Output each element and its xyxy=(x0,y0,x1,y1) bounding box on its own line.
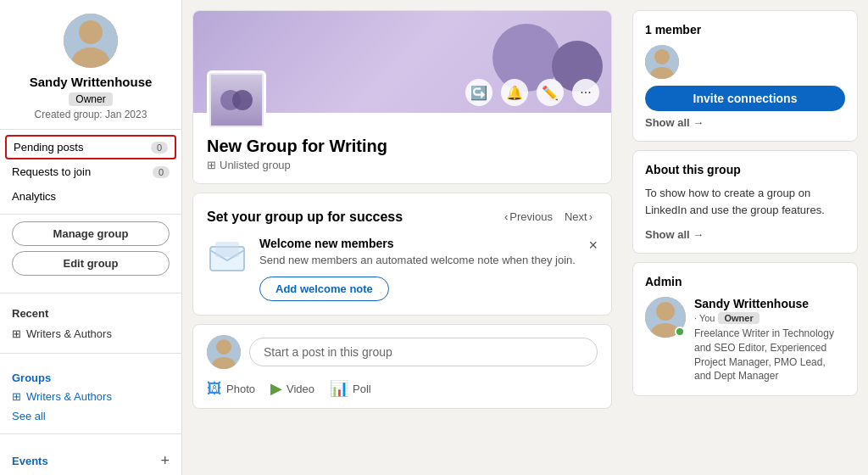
banner-actions: ↪️ 🔔 ✏️ ··· xyxy=(465,79,599,106)
group-logo xyxy=(207,70,266,130)
sidebar-role-badge: Owner xyxy=(69,92,112,106)
poll-icon: 📊 xyxy=(330,379,348,398)
svg-point-1 xyxy=(79,20,103,44)
success-card-desc: Send new members an automated welcome no… xyxy=(259,254,576,266)
members-count: 1 member xyxy=(645,23,845,36)
about-card: About this group To show how to create a… xyxy=(632,150,858,254)
post-actions: 🖼 Photo ▶ Video 📊 Poll xyxy=(207,377,598,398)
welcome-icon xyxy=(207,237,248,277)
edit-button[interactable]: ✏️ xyxy=(537,79,564,106)
right-sidebar: 1 member Invite connections Show all → A… xyxy=(622,0,868,475)
notifications-button[interactable]: 🔔 xyxy=(501,79,528,106)
add-welcome-note-button[interactable]: Add welcome note xyxy=(259,277,389,301)
recent-writers-authors[interactable]: ⊞ Writers & Authors xyxy=(12,323,170,344)
group-logo-inner xyxy=(211,75,262,126)
sidebar-created-date: Created group: Jan 2023 xyxy=(35,109,147,120)
admin-owner-badge: Owner xyxy=(718,312,759,324)
group-subtitle: ⊞ Unlisted group xyxy=(207,159,598,171)
chevron-right-icon: › xyxy=(589,210,593,223)
recent-section-title: Recent xyxy=(12,307,170,320)
grid-icon-2: ⊞ xyxy=(12,390,21,403)
admin-row: Sandy Writtenhouse · You Owner Freelance… xyxy=(645,297,845,383)
video-button[interactable]: ▶ Video xyxy=(270,379,314,398)
main-content: ↪️ 🔔 ✏️ ··· New Group for Writing ⊞ Unli… xyxy=(182,0,622,475)
post-input[interactable]: Start a post in this group xyxy=(249,338,598,366)
svg-point-11 xyxy=(654,49,670,64)
unlisted-icon: ⊞ xyxy=(207,159,216,171)
left-sidebar: Sandy Writtenhouse Owner Created group: … xyxy=(0,0,182,475)
post-box: Start a post in this group 🖼 Photo ▶ Vid… xyxy=(192,324,612,409)
svg-point-4 xyxy=(232,90,253,110)
video-icon: ▶ xyxy=(270,379,282,398)
edit-group-button[interactable]: Edit group xyxy=(12,251,170,276)
groups-section-title[interactable]: Groups xyxy=(12,367,170,386)
sidebar-pending-posts[interactable]: Pending posts 0 xyxy=(5,135,176,159)
member-row xyxy=(645,45,845,79)
sidebar-profile: Sandy Writtenhouse Owner Created group: … xyxy=(0,0,181,130)
member-avatar xyxy=(645,45,679,79)
group-title: New Group for Writing xyxy=(207,137,598,156)
share-button[interactable]: ↪️ xyxy=(465,79,492,106)
online-indicator xyxy=(675,327,685,337)
nav-prev-next: ‹ Previous Next › xyxy=(499,207,598,226)
poll-button[interactable]: 📊 Poll xyxy=(330,379,371,398)
group-header-card: ↪️ 🔔 ✏️ ··· New Group for Writing ⊞ Unli… xyxy=(192,10,612,184)
close-button[interactable]: × xyxy=(588,237,598,254)
groups-see-all[interactable]: See all xyxy=(12,407,170,425)
admin-title: Admin xyxy=(645,275,845,288)
events-add-icon[interactable]: + xyxy=(160,452,170,470)
events-label[interactable]: Events xyxy=(12,455,48,467)
success-text-content: Welcome new members Send new members an … xyxy=(259,237,576,301)
groups-section: Groups ⊞ Writers & Authors See all xyxy=(0,359,181,428)
success-card-title: Welcome new members xyxy=(259,237,576,250)
svg-rect-6 xyxy=(215,242,239,257)
next-button[interactable]: Next › xyxy=(559,207,598,226)
success-body: Welcome new members Send new members an … xyxy=(207,237,598,301)
success-card: Set your group up for success ‹ Previous… xyxy=(192,193,612,316)
about-show-all-button[interactable]: Show all → xyxy=(645,223,704,241)
members-show-all-button[interactable]: Show all → xyxy=(645,111,704,129)
avatar xyxy=(64,14,118,68)
sidebar-analytics[interactable]: Analytics xyxy=(0,184,181,209)
post-avatar xyxy=(207,335,241,369)
admin-card: Admin Sandy Writtenhouse xyxy=(632,262,858,396)
admin-you-label: · You xyxy=(694,313,715,323)
group-banner: ↪️ 🔔 ✏️ ··· xyxy=(193,11,611,113)
success-header: Set your group up for success ‹ Previous… xyxy=(207,207,598,226)
post-input-row: Start a post in this group xyxy=(207,335,598,369)
events-section: Events + xyxy=(0,439,181,475)
sidebar-user-name: Sandy Writtenhouse xyxy=(30,75,153,89)
requests-join-badge: 0 xyxy=(153,166,170,178)
about-title: About this group xyxy=(645,163,845,176)
svg-point-8 xyxy=(216,339,231,355)
about-text: To show how to create a group on LinkedI… xyxy=(645,185,845,218)
chevron-left-icon: ‹ xyxy=(504,210,508,223)
previous-button[interactable]: ‹ Previous xyxy=(499,207,558,226)
members-card: 1 member Invite connections Show all → xyxy=(632,10,858,142)
photo-icon: 🖼 xyxy=(207,380,222,398)
more-options-button[interactable]: ··· xyxy=(572,79,599,106)
groups-writers-authors[interactable]: ⊞ Writers & Authors xyxy=(12,386,170,407)
success-title: Set your group up for success xyxy=(207,210,403,225)
sidebar-nav: Pending posts 0 Requests to join 0 Analy… xyxy=(0,130,181,215)
photo-button[interactable]: 🖼 Photo xyxy=(207,380,255,398)
admin-info: Sandy Writtenhouse · You Owner Freelance… xyxy=(694,297,845,383)
recent-section: Recent ⊞ Writers & Authors xyxy=(0,299,181,348)
invite-connections-button[interactable]: Invite connections xyxy=(645,86,845,111)
manage-group-button[interactable]: Manage group xyxy=(12,221,170,246)
admin-avatar-wrap xyxy=(645,297,686,338)
admin-description: Freelance Writer in Technology and SEO E… xyxy=(694,327,845,383)
grid-icon: ⊞ xyxy=(12,327,21,340)
pending-posts-badge: 0 xyxy=(151,142,168,154)
svg-point-14 xyxy=(656,302,675,321)
admin-name: Sandy Writtenhouse xyxy=(694,297,809,310)
sidebar-requests-join[interactable]: Requests to join 0 xyxy=(0,159,181,184)
